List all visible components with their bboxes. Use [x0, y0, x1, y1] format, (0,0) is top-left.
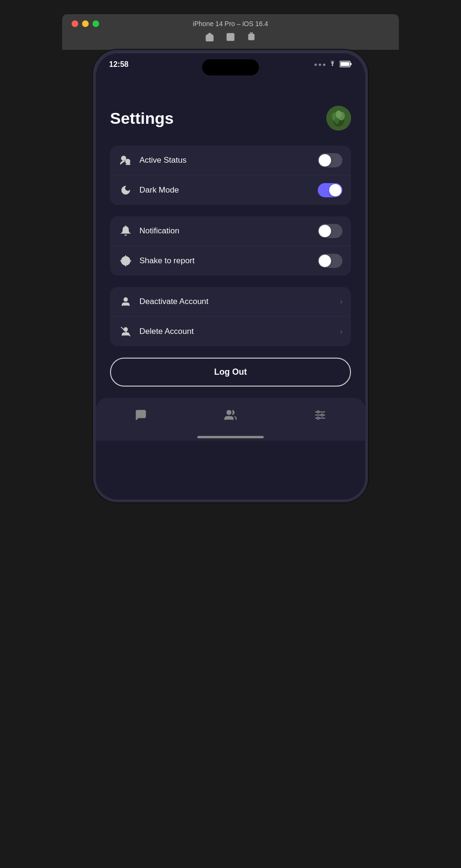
- status-time: 12:58: [109, 60, 129, 69]
- svg-point-29: [321, 414, 323, 416]
- shake-report-row: Shake to report: [110, 246, 351, 276]
- svg-rect-4: [350, 63, 352, 65]
- notification-toggle[interactable]: [318, 224, 342, 238]
- nav-messages[interactable]: [129, 406, 153, 425]
- logout-button[interactable]: Log Out: [110, 358, 351, 387]
- status-icons: [314, 61, 352, 69]
- home-indicator: [197, 436, 264, 438]
- close-button[interactable]: [72, 20, 78, 27]
- svg-point-10: [336, 111, 341, 118]
- settings-header: Settings: [110, 106, 351, 130]
- minimize-button[interactable]: [82, 20, 89, 27]
- dark-mode-label: Dark Mode: [139, 185, 318, 195]
- delete-chevron: ›: [340, 327, 342, 336]
- shake-report-icon: [119, 254, 133, 268]
- deactivate-chevron: ›: [340, 297, 342, 306]
- signal-dot-3: [323, 64, 325, 66]
- rotate-icon[interactable]: [247, 32, 256, 44]
- dynamic-island: [202, 59, 259, 75]
- delete-icon: [119, 324, 133, 339]
- delete-label: Delete Account: [139, 327, 340, 336]
- deactivate-icon: [119, 295, 133, 309]
- deactivate-label: Deactivate Account: [139, 297, 340, 306]
- svg-point-16: [124, 259, 128, 263]
- active-status-knob: [319, 154, 331, 166]
- svg-point-30: [317, 417, 319, 419]
- svg-rect-2: [249, 34, 254, 40]
- mac-toolbar: [205, 32, 256, 44]
- shake-report-label: Shake to report: [139, 256, 318, 266]
- svg-point-21: [124, 298, 127, 301]
- active-status-label: Active Status: [139, 156, 318, 165]
- phone-frame: 12:58: [93, 50, 368, 502]
- maximize-button[interactable]: [92, 20, 99, 27]
- page-title: Settings: [110, 109, 174, 128]
- mac-window-controls[interactable]: [72, 20, 99, 27]
- svg-point-24: [227, 410, 231, 415]
- avatar[interactable]: [326, 106, 351, 130]
- dark-mode-toggle[interactable]: [318, 183, 342, 197]
- window-title: iPhone 14 Pro – iOS 16.4: [193, 20, 268, 28]
- active-status-row: Active Status: [110, 146, 351, 175]
- deactivate-account-row[interactable]: Deactivate Account ›: [110, 287, 351, 317]
- svg-point-12: [121, 156, 126, 160]
- signal-dots: [314, 64, 325, 66]
- svg-point-1: [229, 36, 232, 39]
- phone-content: Settings: [96, 73, 365, 499]
- notification-icon: [119, 224, 133, 238]
- svg-point-28: [317, 411, 319, 413]
- home-icon[interactable]: [205, 32, 214, 44]
- delete-account-row[interactable]: Delete Account ›: [110, 317, 351, 346]
- dark-mode-row: Dark Mode: [110, 175, 351, 205]
- shake-report-knob: [319, 255, 331, 267]
- mac-titlebar: iPhone 14 Pro – iOS 16.4: [62, 14, 399, 50]
- screenshot-icon[interactable]: [226, 32, 235, 44]
- notification-row: Notification: [110, 216, 351, 246]
- notification-knob: [319, 225, 331, 237]
- bottom-nav: [96, 398, 365, 441]
- signal-dot-1: [314, 64, 317, 66]
- shake-report-toggle[interactable]: [318, 254, 342, 268]
- svg-rect-5: [341, 62, 350, 66]
- settings-group-1: Active Status Dark Mode: [110, 146, 351, 205]
- nav-contacts[interactable]: [219, 406, 242, 425]
- active-status-icon: [119, 153, 133, 167]
- settings-group-3: Deactivate Account › Delete Account ›: [110, 287, 351, 346]
- nav-settings[interactable]: [308, 406, 332, 425]
- active-status-toggle[interactable]: [318, 153, 342, 167]
- dark-mode-icon: [119, 183, 133, 197]
- wifi-icon: [328, 61, 337, 69]
- dark-mode-knob: [329, 184, 341, 196]
- notification-label: Notification: [139, 226, 318, 236]
- settings-group-2: Notification Shake to report: [110, 216, 351, 276]
- signal-dot-2: [319, 64, 321, 66]
- battery-icon: [340, 61, 352, 69]
